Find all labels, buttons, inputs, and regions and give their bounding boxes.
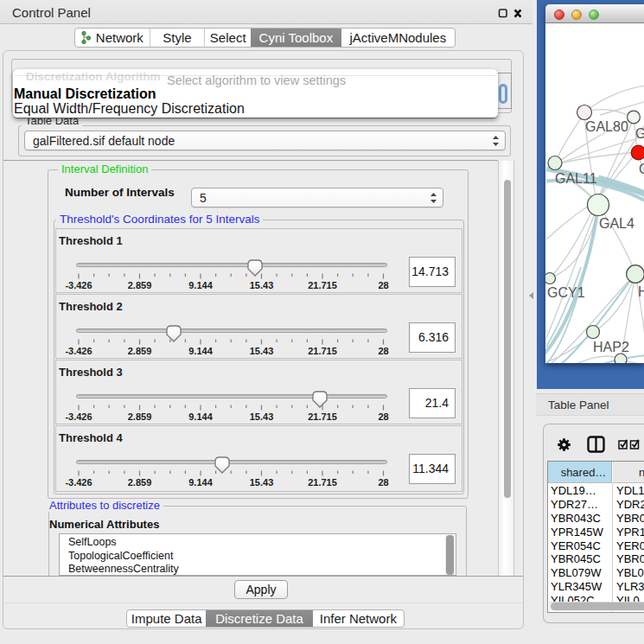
svg-text:GCY1: GCY1 [547,285,585,300]
svg-text:GAL80: GAL80 [585,119,628,134]
svg-text:GAL11: GAL11 [555,171,597,186]
svg-text:CDC2: CDC2 [639,162,644,176]
svg-text:GAL3: GAL3 [635,126,644,141]
svg-text:HAP2: HAP2 [593,340,629,354]
svg-text:HAP1: HAP1 [638,284,644,299]
svg-text:GAL4: GAL4 [599,216,634,231]
